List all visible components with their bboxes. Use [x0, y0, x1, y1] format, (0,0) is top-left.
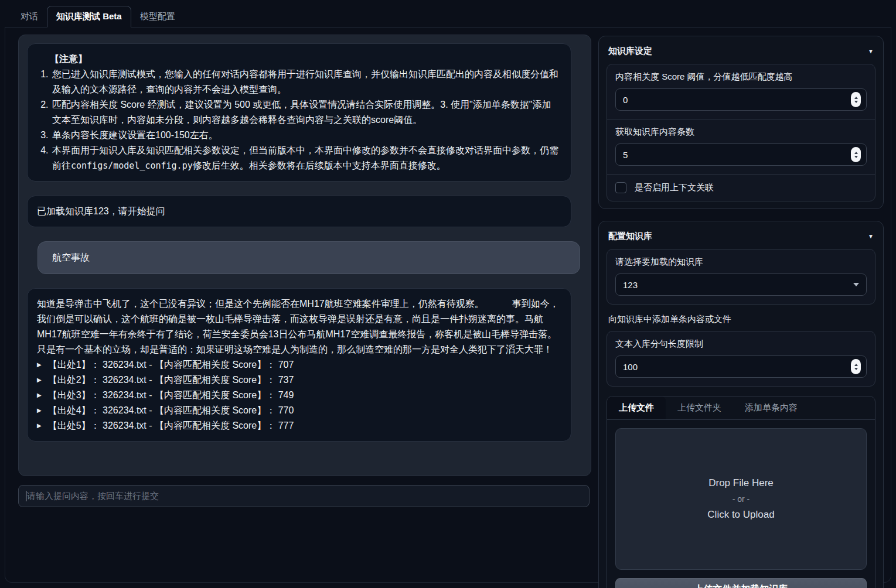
score-threshold-label: 内容相关度 Score 阈值，分值越低匹配度越高: [615, 71, 867, 83]
expand-triangle-icon: ▶: [37, 418, 42, 433]
answer-text: 知道是导弹击中飞机了，这个已没有异议；但是这个先例能否在MH17航班空难案件审理…: [37, 296, 559, 357]
sentence-length-group: 文本入库分句长度限制 100: [607, 331, 875, 387]
chat-message-notice: 【注意】 您已进入知识库测试模式，您输入的任何对话内容都将用于进行知识库查询，并…: [27, 43, 571, 182]
kb-config-panel: 配置知识库 ▼ 请选择要加载的知识库 123 向知识库中添加单条内容或文件: [598, 221, 884, 588]
upload-tab-content: Drop File Here - or - Click to Upload 上传…: [607, 420, 875, 588]
dropzone-or-text: - or -: [733, 494, 750, 504]
tab-dialogue[interactable]: 对话: [12, 6, 47, 27]
context-link-label: 是否启用上下文关联: [635, 182, 714, 193]
chat-message-user: 航空事故: [38, 241, 580, 274]
chat-message-bot-answer: 知道是导弹击中飞机了，这个已没有异议；但是这个先例能否在MH17航班空难案件审理…: [27, 288, 571, 442]
spinner-down-icon: [854, 368, 858, 370]
topk-input[interactable]: 5: [615, 143, 867, 166]
source-item-label: 【出处2】： 326234.txt - 【内容匹配相关度 Score】： 737: [48, 372, 294, 388]
chat-column: 【注意】 您已进入知识库测试模式，您输入的任何对话内容都将用于进行知识库查询，并…: [18, 35, 591, 582]
spinner-down-icon: [854, 156, 858, 158]
tab-kb-test[interactable]: 知识库测试 Beta: [47, 6, 131, 28]
kb-config-title: 配置知识库: [608, 231, 652, 242]
kb-config-accordion-header[interactable]: 配置知识库 ▼: [607, 228, 875, 249]
kb-select-label: 请选择要加载的知识库: [615, 257, 867, 268]
source-item-label: 【出处3】： 326234.txt - 【内容匹配相关度 Score】： 749: [48, 388, 294, 403]
number-spinner[interactable]: [851, 147, 861, 162]
expand-triangle-icon: ▶: [37, 357, 42, 372]
expand-triangle-icon: ▶: [37, 388, 42, 403]
notice-item: 单条内容长度建议设置在100-150左右。: [51, 128, 559, 143]
spinner-up-icon: [854, 152, 858, 154]
kb-test-tabpanel: 【注意】 您已进入知识库测试模式，您输入的任何对话内容都将用于进行知识库查询，并…: [5, 28, 891, 583]
tab-add-single-content[interactable]: 添加单条内容: [733, 396, 809, 419]
sentence-length-field: 文本入库分句长度限制 100: [607, 331, 875, 386]
spinner-down-icon: [854, 101, 858, 103]
tab-model-config[interactable]: 模型配置: [131, 6, 184, 27]
sentence-length-input[interactable]: 100: [615, 355, 867, 378]
topk-field: 获取知识库内容条数 5: [607, 119, 875, 174]
notice-heading: 【注意】: [50, 52, 559, 67]
source-item[interactable]: ▶ 【出处4】： 326234.txt - 【内容匹配相关度 Score】： 7…: [37, 403, 559, 418]
sentence-length-value: 100: [623, 362, 638, 372]
context-link-field: 是否启用上下文关联: [607, 174, 875, 201]
question-input[interactable]: 请输入提问内容，按回车进行提交: [18, 485, 590, 507]
settings-column: 知识库设定 ▼ 内容相关度 Score 阈值，分值越低匹配度越高 0 获取知识库…: [598, 36, 884, 582]
expand-triangle-icon: ▶: [37, 372, 42, 388]
dropdown-caret-icon: [853, 283, 859, 286]
accordion-collapse-icon: ▼: [868, 233, 874, 240]
app-window: 对话 知识库测试 Beta 模型配置 【注意】 您已进入知识库测试模式，您输入的…: [0, 6, 896, 588]
topk-value: 5: [623, 150, 628, 160]
spinner-up-icon: [854, 97, 858, 99]
kb-select-field: 请选择要加载的知识库 123: [607, 249, 875, 304]
dropzone-click-text: Click to Upload: [707, 509, 774, 521]
inline-code: configs/model_config.py: [71, 160, 193, 171]
number-spinner[interactable]: [851, 359, 861, 374]
chatbot-area: 【注意】 您已进入知识库测试模式，您输入的任何对话内容都将用于进行知识库查询，并…: [18, 35, 591, 476]
number-spinner[interactable]: [851, 92, 861, 107]
source-item-label: 【出处1】： 326234.txt - 【内容匹配相关度 Score】： 707: [48, 357, 294, 372]
source-item[interactable]: ▶ 【出处2】： 326234.txt - 【内容匹配相关度 Score】： 7…: [37, 372, 559, 388]
notice-list: 您已进入知识库测试模式，您输入的任何对话内容都将用于进行知识库查询，并仅输出知识…: [37, 67, 559, 173]
expand-triangle-icon: ▶: [37, 403, 42, 418]
context-link-checkbox[interactable]: [615, 182, 626, 193]
notice-item: 本界面用于知识入库及知识匹配相关参数设定，但当前版本中，本界面中修改的参数并不会…: [51, 143, 559, 173]
kb-settings-form: 内容相关度 Score 阈值，分值越低匹配度越高 0 获取知识库内容条数 5: [607, 64, 875, 201]
sentence-length-label: 文本入库分句长度限制: [615, 339, 867, 350]
upload-tabgroup: 上传文件 上传文件夹 添加单条内容 Drop File Here - or - …: [607, 396, 875, 588]
source-item[interactable]: ▶ 【出处5】： 326234.txt - 【内容匹配相关度 Score】： 7…: [37, 418, 559, 433]
tab-upload-folder[interactable]: 上传文件夹: [666, 396, 733, 419]
source-item-label: 【出处5】： 326234.txt - 【内容匹配相关度 Score】： 777: [48, 418, 294, 433]
score-threshold-value: 0: [623, 95, 628, 105]
kb-settings-title: 知识库设定: [608, 46, 652, 57]
text-cursor: [26, 491, 26, 501]
question-input-placeholder: 请输入提问内容，按回车进行提交: [27, 491, 159, 502]
kb-settings-panel: 知识库设定 ▼ 内容相关度 Score 阈值，分值越低匹配度越高 0 获取知识库…: [598, 36, 884, 209]
add-content-section-label: 向知识库中添加单条内容或文件: [608, 314, 874, 325]
kb-settings-accordion-header[interactable]: 知识库设定 ▼: [607, 43, 875, 64]
kb-select-dropdown[interactable]: 123: [615, 274, 867, 296]
source-item[interactable]: ▶ 【出处3】： 326234.txt - 【内容匹配相关度 Score】： 7…: [37, 388, 559, 403]
spinner-up-icon: [854, 364, 858, 366]
main-tab-bar: 对话 知识库测试 Beta 模型配置: [5, 6, 891, 28]
kb-select-value: 123: [623, 280, 638, 290]
accordion-collapse-icon: ▼: [868, 48, 874, 54]
upload-and-load-kb-button[interactable]: 上传文件并加载知识库: [615, 578, 867, 588]
file-dropzone[interactable]: Drop File Here - or - Click to Upload: [615, 428, 867, 570]
tab-upload-file[interactable]: 上传文件: [607, 396, 666, 419]
chat-message-bot: 已加载知识库123，请开始提问: [27, 196, 571, 227]
notice-item: 匹配内容相关度 Score 经测试，建议设置为 500 或更低，具体设置情况请结…: [51, 97, 559, 128]
kb-select-group: 请选择要加载的知识库 123: [607, 249, 875, 305]
dropzone-drop-text: Drop File Here: [708, 477, 774, 489]
source-item[interactable]: ▶ 【出处1】： 326234.txt - 【内容匹配相关度 Score】： 7…: [37, 357, 559, 372]
notice-item: 您已进入知识库测试模式，您输入的任何对话内容都将用于进行知识库查询，并仅输出知识…: [51, 67, 559, 97]
score-threshold-input[interactable]: 0: [615, 88, 867, 111]
source-list: ▶ 【出处1】： 326234.txt - 【内容匹配相关度 Score】： 7…: [37, 357, 559, 433]
upload-tab-bar: 上传文件 上传文件夹 添加单条内容: [607, 396, 875, 420]
topk-label: 获取知识库内容条数: [615, 127, 867, 138]
source-item-label: 【出处4】： 326234.txt - 【内容匹配相关度 Score】： 770: [48, 403, 294, 418]
score-threshold-field: 内容相关度 Score 阈值，分值越低匹配度越高 0: [607, 64, 875, 119]
